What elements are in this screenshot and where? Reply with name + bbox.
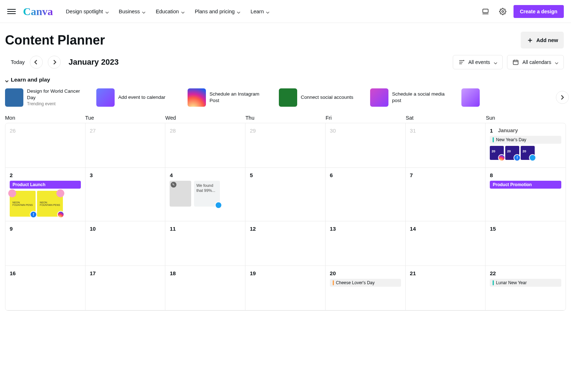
learn-card-schedule-instagram[interactable]: Schedule an Instagram Post (188, 88, 270, 107)
svg-point-2 (502, 10, 503, 12)
events-filter-dropdown[interactable]: All events (453, 55, 503, 69)
day-cell-jan-10[interactable]: 10 (86, 221, 166, 266)
learn-card-world-cancer-day[interactable]: Design for World Cancer DayTrending even… (5, 88, 87, 107)
diamond-thumb (461, 88, 480, 107)
post-thumb-ig-yellow[interactable]: NEONFOUNTAIN PENS (37, 191, 63, 217)
nav-plans[interactable]: Plans and pricing (190, 6, 245, 17)
event-lunar-new-year[interactable]: Lunar New Year (490, 279, 561, 287)
instagram-thumb (188, 88, 206, 107)
dayname-wed: Wed (165, 113, 245, 123)
facebook-badge-icon: f (514, 154, 521, 161)
learn-card-title: Add event to calendar (118, 94, 165, 101)
event-new-years-day[interactable]: New Year's Day (490, 136, 561, 144)
chevron-down-icon (181, 10, 185, 13)
post-thumb-tw[interactable]: 20 (521, 146, 535, 160)
week-header: Mon Tue Wed Thu Fri Sat Sun (0, 113, 571, 123)
instagram-badge-icon (498, 154, 505, 161)
day-cell-jan-14[interactable]: 14 (406, 221, 486, 266)
day-cell-jan-2[interactable]: 2 Product Launch NEONFOUNTAIN PENS f NEO… (5, 168, 86, 221)
draft-image[interactable]: ✎ (170, 181, 191, 207)
day-cell-dec-27[interactable]: 27 (86, 123, 166, 168)
event-product-launch[interactable]: Product Launch (10, 181, 81, 189)
facebook-badge-icon: f (30, 211, 37, 218)
dayname-mon: Mon (5, 113, 85, 123)
day-cell-jan-20[interactable]: 20 Cheese Lover's Day (326, 266, 406, 310)
day-cell-jan-12[interactable]: 12 (245, 221, 326, 266)
filter-icon (458, 59, 465, 65)
day-cell-jan-21[interactable]: 21 (406, 266, 486, 310)
post-thumb-fb-yellow[interactable]: NEONFOUNTAIN PENS f (10, 191, 36, 217)
day-cell-jan-7[interactable]: 7 (406, 168, 486, 221)
scheduled-posts-jan2: NEONFOUNTAIN PENS f NEONFOUNTAIN PENS (10, 191, 81, 217)
dayname-sun: Sun (486, 113, 566, 123)
nav-education[interactable]: Education (151, 6, 189, 17)
day-cell-dec-26[interactable]: 26 (5, 123, 86, 168)
events-filter-label: All events (468, 59, 490, 65)
nav-design-spotlight[interactable]: Design spotlight (61, 6, 113, 17)
chevron-down-icon (555, 60, 558, 64)
day-cell-jan-5[interactable]: 5 (245, 168, 326, 221)
month-label: January 2023 (69, 57, 119, 67)
schedule-social-thumb (370, 88, 388, 107)
chevron-down-icon (266, 10, 270, 13)
learn-card-connect-social[interactable]: Connect social accounts (279, 88, 361, 107)
day-cell-jan-9[interactable]: 9 (5, 221, 86, 266)
day-cell-jan-19[interactable]: 19 (245, 266, 326, 310)
gear-icon[interactable] (496, 5, 509, 18)
day-cell-jan-4[interactable]: 4 ✎ We found that 99%... (165, 168, 245, 221)
learn-cards-row: Design for World Cancer DayTrending even… (5, 88, 566, 107)
calendar-controls: Today January 2023 All events All calend… (0, 52, 571, 75)
twitter-badge-icon (215, 202, 222, 209)
scheduled-posts-jan1: 20 20f 20 (490, 146, 561, 160)
calendar-grid: 26 27 28 29 30 31 1January New Year's Da… (5, 123, 566, 311)
day-cell-jan-15[interactable]: 15 (485, 221, 566, 266)
event-product-promotion[interactable]: Product Promotion (490, 181, 561, 189)
day-cell-jan-16[interactable]: 16 (5, 266, 86, 310)
device-icon[interactable] (479, 5, 492, 18)
day-cell-dec-28[interactable]: 28 (165, 123, 245, 168)
day-cell-jan-22[interactable]: 22 Lunar New Year (485, 266, 566, 310)
day-cell-jan-13[interactable]: 13 (326, 221, 406, 266)
add-new-button[interactable]: ＋ Add new (521, 32, 564, 49)
post-thumb-ig[interactable]: 20 (490, 146, 504, 160)
draft-text-card[interactable]: We found that 99%... (194, 181, 220, 207)
dayname-thu: Thu (245, 113, 326, 123)
chevron-down-icon (105, 10, 109, 13)
day-cell-jan-6[interactable]: 6 (326, 168, 406, 221)
day-cell-jan-18[interactable]: 18 (165, 266, 245, 310)
svg-rect-0 (483, 9, 488, 13)
learn-scroll-next-button[interactable] (556, 91, 569, 104)
calendars-filter-dropdown[interactable]: All calendars (507, 55, 564, 69)
dayname-tue: Tue (85, 113, 165, 123)
day-cell-dec-31[interactable]: 31 (406, 123, 486, 168)
day-cell-dec-29[interactable]: 29 (245, 123, 326, 168)
post-thumb-fb[interactable]: 20f (505, 146, 519, 160)
day-cell-jan-17[interactable]: 17 (86, 266, 166, 310)
nav-business[interactable]: Business (115, 6, 150, 17)
event-cheese-lovers-day[interactable]: Cheese Lover's Day (330, 279, 401, 287)
topbar-right: Create a design (479, 5, 564, 18)
calendar-icon (512, 59, 519, 65)
day-cell-jan-11[interactable]: 11 (165, 221, 245, 266)
create-design-button[interactable]: Create a design (514, 5, 564, 18)
learn-card-title: Schedule a social media post (392, 91, 452, 104)
today-button[interactable]: Today (11, 59, 25, 65)
learn-card-schedule-social[interactable]: Schedule a social media post (370, 88, 452, 107)
hamburger-menu-icon[interactable] (7, 7, 16, 16)
day-cell-jan-3[interactable]: 3 (86, 168, 166, 221)
add-event-thumb (96, 88, 115, 107)
nav-learn[interactable]: Learn (246, 6, 274, 17)
learn-card-add-event[interactable]: Add event to calendar (96, 88, 178, 107)
learn-and-play-section: Learn and play Design for World Cancer D… (0, 75, 571, 113)
day-cell-jan-8[interactable]: 8 Product Promotion (485, 168, 566, 221)
prev-month-button[interactable] (30, 56, 43, 69)
day-cell-jan-1[interactable]: 1January New Year's Day 20 20f 20 (485, 123, 566, 168)
canva-logo[interactable]: Canva (23, 5, 53, 18)
next-month-button[interactable] (48, 56, 61, 69)
add-new-label: Add new (537, 37, 558, 43)
month-start-label: January (498, 128, 518, 133)
page-header: Content Planner ＋ Add new (0, 23, 571, 52)
day-cell-dec-30[interactable]: 30 (326, 123, 406, 168)
learn-and-play-toggle[interactable]: Learn and play (5, 77, 566, 83)
learn-card-extra[interactable] (461, 88, 483, 107)
